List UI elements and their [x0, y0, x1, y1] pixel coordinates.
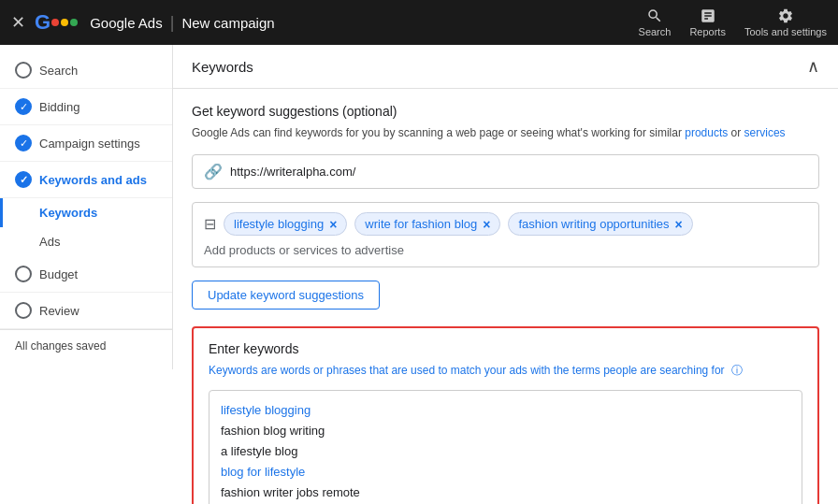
keyword-line: fashion blog writing — [221, 421, 790, 441]
suggest-desc-or: or — [728, 126, 744, 139]
main-content: Keywords ∧ Get keyword suggestions (opti… — [173, 45, 838, 504]
chip-remove-fashion[interactable]: × — [483, 218, 490, 231]
chips-icon: ⊟ — [204, 215, 216, 233]
keywords-content: Get keyword suggestions (optional) Googl… — [173, 89, 838, 504]
sidebar-subitem-keywords[interactable]: Keywords — [0, 198, 172, 227]
keywords-textarea[interactable]: lifestyle bloggingfashion blog writinga … — [209, 390, 802, 504]
bidding-status-icon — [15, 98, 32, 115]
tools-nav-btn[interactable]: Tools and settings — [744, 7, 827, 37]
chip-lifestyle-blogging[interactable]: lifestyle blogging × — [224, 212, 347, 236]
sidebar-item-bidding[interactable]: Bidding — [0, 89, 172, 125]
search-nav-btn[interactable]: Search — [639, 7, 672, 37]
sidebar-subitem-ads[interactable]: Ads — [0, 227, 172, 256]
suggest-desc: Google Ads can find keywords for you by … — [192, 124, 819, 141]
sidebar-item-campaign-settings[interactable]: Campaign settings — [0, 125, 172, 162]
chips-add-text[interactable]: Add products or services to advertise — [204, 243, 404, 257]
chip-label-fashion: write for fashion blog — [365, 217, 477, 231]
enter-kw-info-icon[interactable]: ⓘ — [731, 364, 743, 377]
save-status: All changes saved — [0, 329, 172, 362]
suggest-desc-plain: Google Ads can find keywords for you by … — [192, 126, 685, 139]
sidebar-sublabel-keywords: Keywords — [39, 206, 97, 220]
sidebar-subnav: Keywords Ads — [0, 198, 172, 256]
sidebar-label-review: Review — [39, 304, 79, 318]
nav-divider: | — [170, 13, 175, 33]
close-icon[interactable]: ✕ — [11, 12, 25, 33]
enter-kw-desc-text: Keywords are words or phrases that are u… — [209, 364, 725, 377]
chip-remove-fashion-writing[interactable]: × — [675, 218, 683, 231]
suggest-desc-products-link[interactable]: products — [685, 126, 728, 139]
keyword-chips-container: ⊟ lifestyle blogging × write for fashion… — [192, 202, 819, 267]
logo-dot-green — [70, 19, 78, 26]
campaign-title: New campaign — [181, 15, 274, 31]
chip-label-lifestyle: lifestyle blogging — [234, 217, 324, 231]
reports-nav-label: Reports — [689, 26, 726, 37]
enter-keywords-desc: Keywords are words or phrases that are u… — [209, 362, 802, 379]
keywords-list: lifestyle bloggingfashion blog writinga … — [221, 400, 790, 504]
chip-write-fashion-blog[interactable]: write for fashion blog × — [354, 212, 500, 236]
chip-label-fashion-writing: fashion writing opportunities — [518, 217, 669, 231]
sidebar-label-keywords-and-ads: Keywords and ads — [39, 173, 147, 187]
keyword-line: fashion writer jobs remote — [221, 482, 790, 503]
sidebar-label-search: Search — [39, 64, 78, 78]
sidebar-item-search[interactable]: Search — [0, 52, 172, 89]
campaign-settings-status-icon — [15, 135, 32, 151]
sidebar-label-campaign-settings: Campaign settings — [39, 137, 140, 151]
chip-remove-lifestyle[interactable]: × — [329, 218, 337, 231]
top-navigation: ✕ G Google Ads | New campaign Search Rep… — [0, 0, 838, 45]
logo-dot-red — [51, 19, 59, 26]
search-status-icon — [15, 62, 32, 79]
keyword-line: blog for lifestyle — [221, 462, 790, 482]
sidebar: Search Bidding Campaign settings Keyword… — [0, 45, 173, 504]
reports-nav-btn[interactable]: Reports — [689, 7, 726, 37]
sidebar-label-bidding: Bidding — [39, 100, 79, 114]
keyword-line: a lifestyle blog — [221, 441, 790, 462]
save-status-text: All changes saved — [15, 339, 106, 353]
sidebar-item-keywords-and-ads[interactable]: Keywords and ads — [0, 162, 172, 198]
url-input-container: 🔗 — [192, 154, 819, 189]
google-ads-logo: G — [35, 10, 79, 35]
chip-fashion-writing[interactable]: fashion writing opportunities × — [508, 212, 692, 236]
update-keyword-suggestions-button[interactable]: Update keyword suggestions — [192, 281, 380, 310]
sidebar-item-budget[interactable]: Budget — [0, 256, 172, 293]
keywords-section-header: Keywords ∧ — [173, 45, 838, 89]
enter-keywords-title: Enter keywords — [209, 341, 802, 356]
review-status-icon — [15, 302, 32, 319]
sidebar-item-review[interactable]: Review — [0, 293, 172, 329]
url-input[interactable] — [230, 165, 807, 179]
sidebar-nav: Search Bidding Campaign settings Keyword… — [0, 45, 173, 369]
sidebar-label-budget: Budget — [39, 267, 78, 281]
keywords-ads-status-icon — [15, 171, 32, 188]
tools-nav-label: Tools and settings — [744, 26, 827, 37]
main-layout: Search Bidding Campaign settings Keyword… — [0, 45, 838, 504]
keyword-line: lifestyle blogging — [221, 400, 790, 421]
url-link-icon: 🔗 — [204, 163, 223, 180]
search-nav-label: Search — [639, 26, 672, 37]
suggest-desc-services-link[interactable]: services — [744, 126, 786, 139]
suggest-title: Get keyword suggestions (optional) — [192, 104, 819, 119]
collapse-icon[interactable]: ∧ — [807, 56, 819, 77]
keywords-section-title: Keywords — [192, 59, 253, 75]
sidebar-sublabel-ads: Ads — [39, 235, 60, 249]
enter-keywords-section: Enter keywords Keywords are words or phr… — [192, 326, 819, 504]
logo-g: G — [35, 10, 51, 35]
logo-dot-yellow — [61, 19, 68, 26]
topnav-right-actions: Search Reports Tools and settings — [639, 7, 827, 37]
brand-name: Google Ads — [90, 15, 163, 31]
budget-status-icon — [15, 266, 32, 282]
